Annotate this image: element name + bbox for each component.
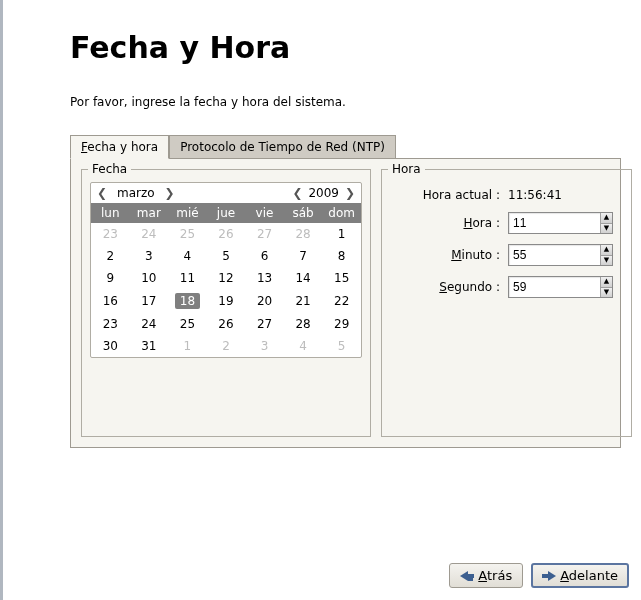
instruction-text: Por favor, ingrese la fecha y hora del s…	[70, 95, 621, 109]
calendar-day[interactable]: 29	[322, 313, 361, 335]
current-time-value: 11:56:41	[508, 188, 562, 202]
calendar-day[interactable]: 15	[322, 267, 361, 289]
second-input[interactable]	[509, 277, 600, 297]
calendar-day[interactable]: 27	[245, 313, 284, 335]
calendar-day[interactable]: 30	[91, 335, 130, 357]
forward-label-rest: delante	[569, 568, 618, 583]
month-prev-button[interactable]: ❮	[93, 186, 111, 200]
calendar-month[interactable]: marzo	[111, 186, 161, 200]
tab-label-rest: echa y hora	[87, 140, 158, 154]
calendar-day[interactable]: 7	[284, 245, 323, 267]
arrow-right-icon	[542, 571, 556, 581]
tab-ntp-label: Protocolo de Tiempo de Red (NTP)	[180, 140, 385, 154]
calendar-day[interactable]: 9	[91, 267, 130, 289]
calendar-day[interactable]: 4	[168, 245, 207, 267]
calendar-weekday: lun	[91, 203, 130, 223]
calendar-weekday: vie	[245, 203, 284, 223]
calendar: ❮ marzo ❯ ❮ 2009 ❯ lunmarmiéjueviesábdom…	[90, 182, 362, 358]
calendar-day[interactable]: 26	[207, 223, 246, 245]
calendar-day[interactable]: 5	[322, 335, 361, 357]
calendar-day[interactable]: 2	[91, 245, 130, 267]
tab-ntp[interactable]: Protocolo de Tiempo de Red (NTP)	[169, 135, 396, 159]
calendar-header: ❮ marzo ❯ ❮ 2009 ❯	[91, 183, 361, 203]
calendar-day[interactable]: 21	[284, 289, 323, 313]
calendar-day[interactable]: 8	[322, 245, 361, 267]
calendar-day[interactable]: 3	[245, 335, 284, 357]
calendar-day[interactable]: 14	[284, 267, 323, 289]
minute-input[interactable]	[509, 245, 600, 265]
calendar-day[interactable]: 20	[245, 289, 284, 313]
calendar-weekday: dom	[322, 203, 361, 223]
calendar-weekday: mié	[168, 203, 207, 223]
second-down-button[interactable]: ▼	[601, 288, 612, 298]
calendar-day[interactable]: 4	[284, 335, 323, 357]
calendar-day[interactable]: 3	[130, 245, 169, 267]
forward-button[interactable]: Adelante	[531, 563, 629, 588]
calendar-day[interactable]: 6	[245, 245, 284, 267]
minute-spinbox: ▲ ▼	[508, 244, 613, 266]
minute-label: Minuto :	[400, 248, 500, 262]
calendar-day[interactable]: 17	[130, 289, 169, 313]
calendar-weekday: mar	[130, 203, 169, 223]
calendar-day[interactable]: 19	[207, 289, 246, 313]
year-prev-button[interactable]: ❮	[288, 186, 306, 200]
calendar-day[interactable]: 28	[284, 313, 323, 335]
second-up-button[interactable]: ▲	[601, 277, 612, 288]
calendar-day[interactable]: 26	[207, 313, 246, 335]
calendar-day[interactable]: 12	[207, 267, 246, 289]
window-left-border	[0, 0, 3, 600]
calendar-year[interactable]: 2009	[306, 186, 341, 200]
calendar-day[interactable]: 24	[130, 223, 169, 245]
arrow-left-icon	[460, 571, 474, 581]
minute-down-button[interactable]: ▼	[601, 256, 612, 266]
hour-input[interactable]	[509, 213, 600, 233]
time-fieldset: Hora Hora actual : 11:56:41 Hora : ▲ ▼	[381, 169, 632, 437]
calendar-day[interactable]: 25	[168, 223, 207, 245]
hour-down-button[interactable]: ▼	[601, 224, 612, 234]
calendar-day[interactable]: 2	[207, 335, 246, 357]
forward-accel: A	[560, 568, 569, 583]
date-fieldset: Fecha ❮ marzo ❯ ❮ 2009 ❯ lunmarmiéjuevie…	[81, 169, 371, 437]
second-label: Segundo :	[400, 280, 500, 294]
calendar-day[interactable]: 13	[245, 267, 284, 289]
calendar-day[interactable]: 22	[322, 289, 361, 313]
calendar-day[interactable]: 31	[130, 335, 169, 357]
calendar-day[interactable]: 28	[284, 223, 323, 245]
hour-up-button[interactable]: ▲	[601, 213, 612, 224]
calendar-day[interactable]: 23	[91, 223, 130, 245]
year-next-button[interactable]: ❯	[341, 186, 359, 200]
back-button[interactable]: Atrás	[449, 563, 523, 588]
back-label-rest: trás	[487, 568, 512, 583]
calendar-day[interactable]: 24	[130, 313, 169, 335]
calendar-weekday: sáb	[284, 203, 323, 223]
calendar-day[interactable]: 10	[130, 267, 169, 289]
calendar-day[interactable]: 27	[245, 223, 284, 245]
hour-label: Hora :	[400, 216, 500, 230]
calendar-day[interactable]: 11	[168, 267, 207, 289]
calendar-day[interactable]: 23	[91, 313, 130, 335]
calendar-day[interactable]: 1	[168, 335, 207, 357]
calendar-weekday: jue	[207, 203, 246, 223]
back-accel: A	[478, 568, 487, 583]
calendar-day[interactable]: 16	[91, 289, 130, 313]
page-title: Fecha y Hora	[70, 30, 621, 65]
minute-up-button[interactable]: ▲	[601, 245, 612, 256]
calendar-day[interactable]: 5	[207, 245, 246, 267]
time-legend: Hora	[388, 162, 425, 176]
date-legend: Fecha	[88, 162, 131, 176]
tab-date-time[interactable]: Fecha y hora	[70, 135, 169, 159]
hour-spinbox: ▲ ▼	[508, 212, 613, 234]
month-next-button[interactable]: ❯	[161, 186, 179, 200]
tab-body: Fecha ❮ marzo ❯ ❮ 2009 ❯ lunmarmiéjuevie…	[70, 158, 621, 448]
calendar-grid: lunmarmiéjueviesábdom 232425262728123456…	[91, 203, 361, 357]
footer-buttons: Atrás Adelante	[449, 563, 629, 588]
calendar-day[interactable]: 25	[168, 313, 207, 335]
tab-strip: Fecha y hora Protocolo de Tiempo de Red …	[70, 134, 621, 158]
current-time-label: Hora actual :	[400, 188, 500, 202]
calendar-day[interactable]: 18	[168, 289, 207, 313]
second-spinbox: ▲ ▼	[508, 276, 613, 298]
calendar-day[interactable]: 1	[322, 223, 361, 245]
